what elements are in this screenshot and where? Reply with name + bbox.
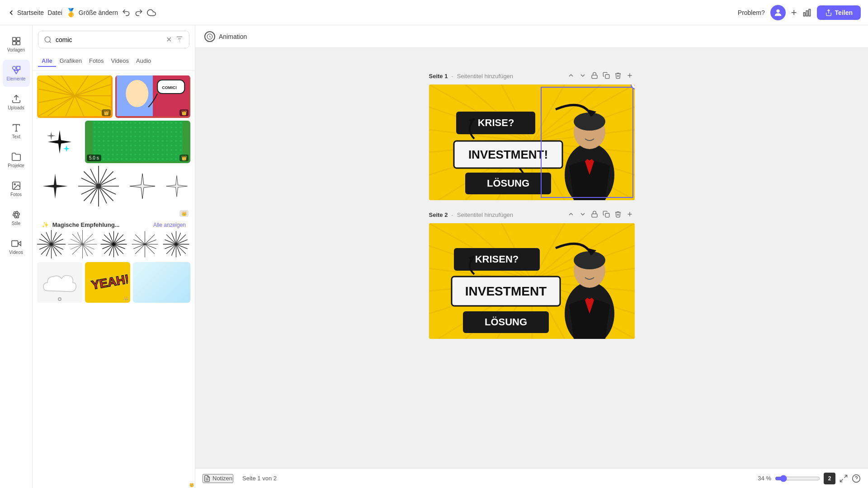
- svg-point-174: [574, 251, 605, 269]
- page-1-delete[interactable]: [613, 70, 623, 82]
- svg-text:KRISE?: KRISE?: [477, 117, 514, 128]
- sidebar-item-stile[interactable]: Stile: [3, 204, 30, 231]
- starburst-3[interactable]: 👑: [99, 230, 128, 258]
- add-collaborator-button[interactable]: +: [791, 7, 797, 19]
- cloud-save-button[interactable]: [147, 8, 156, 17]
- size-change-button[interactable]: 🥇 Größe ändern: [66, 8, 118, 18]
- sparkle-4pt-1[interactable]: [39, 168, 71, 204]
- magic-section-title: Magische Empfehlung...: [52, 221, 120, 228]
- magic-section-header: ✨ Magische Empfehlung... Alle anzeigen: [37, 218, 190, 230]
- sidebar-item-projekte[interactable]: Projekte: [3, 146, 30, 174]
- page-2-collapse-down[interactable]: [578, 209, 588, 221]
- svg-point-16: [14, 183, 15, 185]
- sidebar: Vorlagen Elemente Uploads Text: [0, 25, 33, 488]
- svg-text:LÖSUNG: LÖSUNG: [484, 316, 527, 328]
- home-link[interactable]: Startseite: [17, 9, 44, 16]
- sidebar-item-text[interactable]: Text: [3, 117, 30, 145]
- animation-icon[interactable]: [204, 31, 215, 42]
- zoom-slider[interactable]: [775, 475, 820, 482]
- starburst-1[interactable]: 👑: [37, 230, 66, 258]
- search-input[interactable]: [56, 36, 162, 43]
- share-button[interactable]: Teilen: [817, 5, 861, 20]
- search-results-grid: 👑 COMIC! 👑: [33, 71, 195, 488]
- svg-marker-54: [63, 145, 70, 152]
- starburst-row: 👑: [37, 230, 190, 258]
- page-2-subtitle[interactable]: Seitentitel hinzufügen: [457, 211, 513, 218]
- lightblue-item[interactable]: [133, 262, 190, 303]
- page-count-badge[interactable]: 2: [824, 473, 835, 484]
- help-icon: [852, 474, 861, 483]
- undo-button[interactable]: [122, 8, 131, 17]
- page-1-copy[interactable]: [601, 70, 611, 82]
- grid-item-3[interactable]: [37, 121, 82, 163]
- tab-alle[interactable]: Alle: [38, 56, 56, 67]
- file-menu[interactable]: Datei: [47, 9, 62, 16]
- sidebar-item-elemente[interactable]: Elemente: [3, 60, 30, 87]
- svg-point-25: [45, 37, 50, 42]
- page-2-add[interactable]: [625, 209, 635, 221]
- sidebar-item-fotos[interactable]: Fotos: [3, 175, 30, 202]
- sidebar-item-videos[interactable]: Videos: [3, 233, 30, 260]
- sparkle-4pt-3[interactable]: [165, 168, 188, 204]
- stats-button[interactable]: [802, 8, 811, 17]
- starburst-svg: [78, 166, 119, 206]
- problem-link[interactable]: Problem?: [738, 9, 765, 16]
- starburst-item[interactable]: [78, 166, 119, 206]
- sidebar-item-vorlagen[interactable]: Vorlagen: [3, 31, 30, 58]
- thumbnail-svg-1: [37, 75, 113, 116]
- page-1-collapse-up[interactable]: [566, 70, 576, 82]
- svg-rect-6: [16, 38, 19, 41]
- tab-fotos[interactable]: Fotos: [85, 56, 108, 67]
- page-1-bg-svg: KRISE? INVESTMENT!: [429, 84, 635, 200]
- page-2-delete[interactable]: [613, 209, 623, 221]
- page-2-controls: [566, 209, 635, 221]
- svg-marker-58: [42, 174, 68, 199]
- clear-search-button[interactable]: ✕: [166, 35, 172, 44]
- starburst-2[interactable]: [68, 230, 97, 258]
- grid-item-4[interactable]: 5.0 s 👑: [85, 121, 190, 163]
- duration-badge: 5.0 s: [87, 155, 101, 161]
- tab-grafiken[interactable]: Grafiken: [56, 56, 85, 67]
- user-avatar[interactable]: [770, 5, 786, 20]
- fullscreen-button[interactable]: [839, 474, 848, 483]
- bottom-bar: Notizen Seite 1 von 2 34 % 2: [195, 468, 868, 488]
- svg-rect-7: [12, 42, 15, 45]
- 4point-star-svg-2: [129, 173, 156, 200]
- starburst-4[interactable]: 👑: [131, 230, 159, 258]
- svg-marker-23: [18, 241, 20, 245]
- page-2-canvas[interactable]: KRISEN? INVESTMENT LÖSUNG: [429, 223, 635, 339]
- page-1-lock[interactable]: [590, 70, 599, 82]
- tab-videos[interactable]: Videos: [108, 56, 133, 67]
- grid-row-3: [37, 166, 190, 206]
- notes-button[interactable]: Notizen: [203, 474, 233, 483]
- filter-button[interactable]: [175, 35, 184, 44]
- yeah-item[interactable]: YEAH! 👑: [85, 262, 130, 303]
- svg-rect-2: [806, 10, 807, 16]
- page-1-separator: -: [451, 73, 453, 80]
- grid-item-2[interactable]: COMIC! 👑: [115, 75, 191, 118]
- svg-text:INVESTMENT!: INVESTMENT!: [468, 148, 547, 161]
- svg-point-67: [96, 183, 101, 188]
- yeah-svg: YEAH!: [87, 268, 128, 297]
- sparkle-4pt-2[interactable]: [127, 168, 158, 204]
- help-button[interactable]: [852, 474, 861, 483]
- grid-item-1[interactable]: 👑: [37, 75, 113, 118]
- page-2-copy[interactable]: [601, 209, 611, 221]
- svg-point-18: [17, 213, 19, 215]
- starburst-5[interactable]: 👑: [162, 230, 190, 258]
- redo-button[interactable]: [134, 8, 143, 17]
- cloud-item[interactable]: [37, 262, 82, 303]
- see-all-link[interactable]: Alle anzeigen: [153, 222, 186, 228]
- page-2-collapse-up[interactable]: [566, 209, 576, 221]
- starburst-svg-2: [68, 230, 97, 258]
- sidebar-item-uploads[interactable]: Uploads: [3, 89, 30, 116]
- svg-rect-109: [592, 75, 597, 78]
- tab-audio[interactable]: Audio: [132, 56, 155, 67]
- page-1-collapse-down[interactable]: [578, 70, 588, 82]
- back-button[interactable]: Startseite: [7, 9, 44, 17]
- page-1-canvas[interactable]: KRISE? INVESTMENT!: [429, 84, 635, 200]
- svg-text:INVESTMENT: INVESTMENT: [465, 284, 546, 298]
- page-2-lock[interactable]: [590, 209, 599, 221]
- page-1-add[interactable]: [625, 70, 635, 82]
- page-1-subtitle[interactable]: Seitentitel hinzufügen: [457, 73, 513, 80]
